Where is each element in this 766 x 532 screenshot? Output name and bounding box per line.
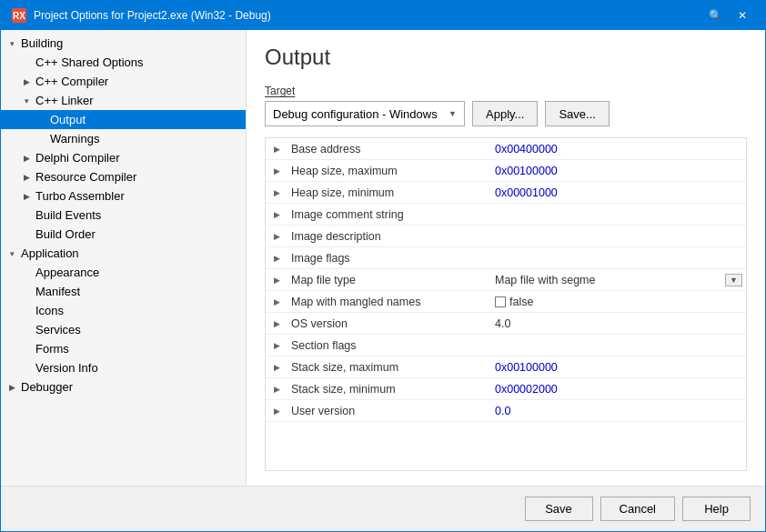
- help-button[interactable]: Help: [682, 497, 751, 521]
- expand-base-address-icon: ▶: [266, 145, 287, 154]
- prop-name-stack-max: Stack size, maximum: [287, 358, 488, 376]
- dropdown-arrow-icon: ▼: [449, 109, 457, 118]
- prop-row-heap-max[interactable]: ▶ Heap size, maximum 0x00100000: [266, 160, 746, 182]
- expand-heap-max-icon: ▶: [266, 166, 287, 176]
- sidebar-label-build-order: Build Order: [34, 227, 246, 241]
- prop-row-os-version[interactable]: ▶ OS version 4.0: [266, 313, 746, 335]
- prop-row-user-version[interactable]: ▶ User version 0.0: [266, 400, 746, 422]
- search-button[interactable]: 🔍: [703, 6, 727, 25]
- save-button[interactable]: Save: [525, 497, 593, 521]
- prop-row-heap-min[interactable]: ▶ Heap size, minimum 0x00001000: [266, 182, 746, 204]
- prop-value-stack-max: 0x00100000: [488, 358, 746, 376]
- prop-value-section-flags: [488, 343, 746, 348]
- sidebar-label-application: Application: [19, 246, 246, 260]
- prop-value-map-mangled[interactable]: false: [488, 293, 746, 311]
- prop-value-heap-min: 0x00001000: [488, 184, 746, 202]
- sidebar-item-debugger[interactable]: ▶ Debugger: [1, 377, 246, 396]
- expand-map-file-type-icon: ▶: [266, 276, 287, 285]
- titlebar-left: RX Project Options for Project2.exe (Win…: [12, 8, 271, 23]
- prop-row-stack-min[interactable]: ▶ Stack size, minimum 0x00002000: [266, 378, 746, 400]
- prop-row-base-address[interactable]: ▶ Base address 0x00400000: [266, 138, 746, 160]
- sidebar-label-delphi: Delphi Compiler: [34, 151, 246, 165]
- app-icon: RX: [12, 8, 26, 23]
- sidebar-item-warnings[interactable]: Warnings: [1, 129, 246, 148]
- sidebar-item-cpp-compiler[interactable]: ▶ C++ Compiler: [1, 72, 246, 91]
- sidebar-label-services: Services: [34, 323, 246, 336]
- delphi-arrow: ▶: [19, 154, 34, 163]
- cpp-linker-arrow: ▾: [19, 96, 34, 105]
- map-file-type-dropdown-arrow-icon[interactable]: ▼: [725, 274, 742, 286]
- expand-section-flags-icon: ▶: [266, 341, 287, 350]
- main-window: RX Project Options for Project2.exe (Win…: [0, 0, 766, 532]
- sidebar: ▾ Building C++ Shared Options ▶ C++ Comp…: [1, 30, 247, 486]
- sidebar-label-appearance: Appearance: [34, 266, 246, 279]
- prop-name-section-flags: Section flags: [287, 336, 488, 355]
- target-row: Debug configuration - Windows ▼ Apply...…: [265, 101, 747, 126]
- sidebar-item-forms[interactable]: Forms: [1, 339, 246, 358]
- target-dropdown[interactable]: Debug configuration - Windows ▼: [265, 101, 465, 126]
- sidebar-item-application[interactable]: ▾ Application: [1, 244, 246, 263]
- sidebar-item-cpp-linker[interactable]: ▾ C++ Linker: [1, 91, 246, 110]
- sidebar-label-cpp-linker: C++ Linker: [34, 94, 246, 107]
- prop-value-image-desc: [488, 234, 746, 239]
- expand-image-desc-icon: ▶: [266, 232, 287, 241]
- sidebar-item-building[interactable]: ▾ Building: [1, 34, 246, 53]
- sidebar-item-icons[interactable]: Icons: [1, 301, 246, 320]
- titlebar: RX Project Options for Project2.exe (Win…: [1, 1, 765, 30]
- prop-name-heap-max: Heap size, maximum: [287, 162, 488, 180]
- sidebar-label-output: Output: [48, 113, 246, 126]
- map-mangled-text: false: [509, 296, 533, 308]
- prop-name-image-comment: Image comment string: [287, 206, 488, 224]
- prop-row-map-file-type[interactable]: ▶ Map file type Map file with segme ▼: [266, 269, 746, 291]
- prop-name-base-address: Base address: [287, 140, 488, 158]
- prop-value-image-flags: [488, 256, 746, 261]
- sidebar-label-turbo-assembler: Turbo Assembler: [34, 189, 246, 203]
- debugger-arrow: ▶: [5, 383, 19, 392]
- map-mangled-checkbox[interactable]: [495, 296, 506, 307]
- prop-row-section-flags[interactable]: ▶ Section flags: [266, 335, 746, 356]
- sidebar-item-cpp-shared[interactable]: C++ Shared Options: [1, 53, 246, 72]
- window-title: Project Options for Project2.exe (Win32 …: [34, 9, 271, 22]
- turbo-assembler-arrow: ▶: [19, 192, 34, 201]
- sidebar-label-building: Building: [19, 36, 246, 50]
- expand-image-flags-icon: ▶: [266, 254, 287, 263]
- sidebar-item-appearance[interactable]: Appearance: [1, 263, 246, 282]
- expand-stack-max-icon: ▶: [266, 363, 287, 372]
- sidebar-item-manifest[interactable]: Manifest: [1, 282, 246, 301]
- sidebar-item-version-info[interactable]: Version Info: [1, 358, 246, 377]
- prop-row-map-mangled[interactable]: ▶ Map with mangled names false: [266, 291, 746, 313]
- sidebar-item-services[interactable]: Services: [1, 320, 246, 339]
- sidebar-item-turbo-assembler[interactable]: ▶ Turbo Assembler: [1, 186, 246, 206]
- prop-value-base-address: 0x00400000: [488, 140, 746, 158]
- save-target-button[interactable]: Save...: [545, 101, 609, 126]
- sidebar-label-resource-compiler: Resource Compiler: [34, 170, 246, 184]
- sidebar-item-output[interactable]: Output: [1, 110, 246, 129]
- target-dropdown-value: Debug configuration - Windows: [273, 107, 438, 121]
- page-title: Output: [265, 45, 747, 70]
- close-button[interactable]: ✕: [731, 6, 754, 25]
- sidebar-label-forms: Forms: [34, 342, 246, 356]
- sidebar-item-build-order[interactable]: Build Order: [1, 225, 246, 244]
- prop-row-image-comment[interactable]: ▶ Image comment string: [266, 204, 746, 226]
- expand-os-version-icon: ▶: [266, 319, 287, 328]
- prop-value-user-version: 0.0: [488, 402, 746, 420]
- prop-value-os-version: 4.0: [488, 315, 746, 333]
- prop-row-image-desc[interactable]: ▶ Image description: [266, 226, 746, 247]
- apply-button[interactable]: Apply...: [472, 101, 538, 126]
- prop-name-image-desc: Image description: [287, 227, 488, 246]
- prop-value-image-comment: [488, 212, 746, 217]
- prop-name-map-file-type: Map file type: [287, 271, 488, 289]
- prop-value-stack-min: 0x00002000: [488, 380, 746, 398]
- prop-row-image-flags[interactable]: ▶ Image flags: [266, 247, 746, 269]
- sidebar-item-build-events[interactable]: Build Events: [1, 206, 246, 225]
- prop-name-image-flags: Image flags: [287, 249, 488, 267]
- main-panel: Output Target Debug configuration - Wind…: [247, 30, 765, 486]
- map-file-type-text: Map file with segme: [495, 274, 595, 286]
- cancel-button[interactable]: Cancel: [600, 497, 675, 521]
- sidebar-label-cpp-shared: C++ Shared Options: [34, 55, 246, 69]
- prop-value-map-file-type[interactable]: Map file with segme ▼: [488, 271, 746, 289]
- titlebar-controls: 🔍 ✕: [703, 6, 754, 25]
- sidebar-item-delphi[interactable]: ▶ Delphi Compiler: [1, 148, 246, 167]
- prop-row-stack-max[interactable]: ▶ Stack size, maximum 0x00100000: [266, 356, 746, 378]
- sidebar-item-resource-compiler[interactable]: ▶ Resource Compiler: [1, 167, 246, 186]
